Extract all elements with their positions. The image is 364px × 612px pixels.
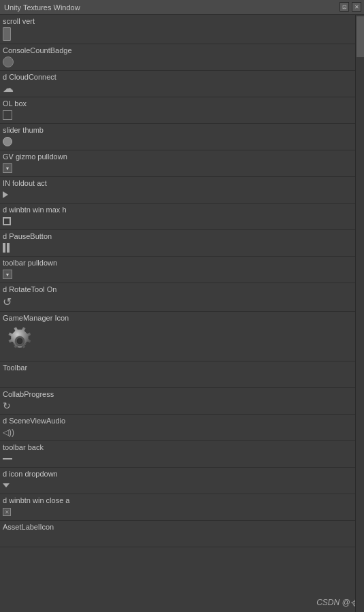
item-preview-toolbar-pulldown: ▼: [3, 268, 352, 281]
scrollbar[interactable]: [355, 15, 364, 612]
window-title: Unity Textures Window: [4, 3, 80, 12]
list-item-slider-thumb: slider thumb: [0, 124, 355, 150]
title-bar: Unity Textures Window ⊡ ✕: [0, 0, 364, 15]
item-preview-ol-box: [3, 108, 352, 122]
cloud-icon: ☁: [3, 83, 14, 94]
list-item-collab-progress: CollabProgress↻: [0, 388, 355, 415]
item-preview-in-foldout-act: [3, 188, 352, 202]
watermark: CSDN @令.: [316, 597, 361, 609]
item-label-collab-progress: CollabProgress: [3, 389, 352, 399]
item-label-d-pause-button: d PauseButton: [3, 231, 352, 241]
list-item-d-winbtn-win-max-h: d winbtn win max h: [0, 204, 355, 230]
toolbar-back-icon: [3, 458, 12, 460]
item-label-console-count-badge: ConsoleCountBadge: [3, 46, 352, 55]
item-label-asset-label-icon: AssetLabelIcon: [3, 522, 352, 532]
item-label-toolbar-back: toolbar back: [3, 442, 352, 452]
item-label-d-icon-dropdown: d icon dropdown: [3, 469, 352, 479]
item-preview-d-winbtn-win-max-h: [3, 214, 352, 228]
list-item-toolbar-pulldown: toolbar pulldown▼: [0, 257, 355, 283]
pause-bar-1: [3, 243, 5, 253]
list-item-d-sceneview-audio: d SceneViewAudio◁)): [0, 415, 355, 441]
list-item-scroll-vert: scroll vert: [0, 15, 355, 44]
toolbar-pulldown-icon: ▼: [3, 270, 12, 279]
win-close-icon: ✕: [3, 508, 11, 516]
list-item-gv-gizmo-pulldown: GV gizmo pulldown▼: [0, 150, 355, 177]
item-preview-gv-gizmo-pulldown: ▼: [3, 161, 352, 175]
rotate-tool-icon: ↺: [3, 295, 12, 308]
item-label-slider-thumb: slider thumb: [3, 125, 352, 135]
resize-btn[interactable]: ⊡: [340, 2, 349, 12]
item-label-d-sceneview-audio: d SceneViewAudio: [3, 416, 352, 425]
foldout-triangle-icon: [3, 191, 8, 198]
dropdown-icon: [3, 483, 10, 487]
audio-icon: ◁)): [3, 428, 14, 437]
item-preview-gamemanager-icon: [3, 323, 352, 359]
slider-thumb-icon: [3, 137, 12, 146]
item-label-toolbar: Toolbar: [3, 363, 352, 372]
list-item-gamemanager-icon: GameManager Icon: [0, 312, 355, 361]
ol-box-icon: [3, 110, 12, 120]
item-preview-collab-progress: ↻: [3, 399, 352, 413]
scrollbar-thumb[interactable]: [357, 16, 364, 57]
item-label-ol-box: OL box: [3, 99, 352, 108]
list-item-d-icon-dropdown: d icon dropdown: [0, 468, 355, 494]
scroll-vert-icon: [3, 27, 11, 41]
item-label-d-rotate-tool-on: d RotateTool On: [3, 285, 352, 294]
item-preview-scroll-vert: [3, 26, 352, 42]
list-item-asset-label-icon: AssetLabelIcon: [0, 521, 355, 547]
item-preview-cloud-connect: ☁: [3, 82, 352, 95]
item-label-scroll-vert: scroll vert: [3, 16, 352, 26]
list-item-d-pause-button: d PauseButton: [0, 230, 355, 257]
item-label-d-winbtn-win-max-h: d winbtn win max h: [3, 205, 352, 214]
pause-bar-2: [7, 243, 10, 253]
list-item-cloud-connect: d CloudConnect☁: [0, 71, 355, 97]
close-btn[interactable]: ✕: [352, 2, 361, 12]
item-preview-toolbar: [3, 372, 352, 386]
item-label-cloud-connect: d CloudConnect: [3, 72, 352, 82]
win-max-icon: [3, 217, 11, 225]
item-preview-asset-label-icon: [3, 532, 352, 545]
item-preview-d-sceneview-audio: ◁)): [3, 425, 352, 439]
item-label-toolbar-pulldown: toolbar pulldown: [3, 258, 352, 268]
item-label-d-winbtn-win-close-a: d winbtn win close a: [3, 496, 352, 505]
item-preview-d-pause-button: [3, 241, 352, 255]
item-label-gv-gizmo-pulldown: GV gizmo pulldown: [3, 152, 352, 161]
item-preview-console-count-badge: [3, 55, 352, 69]
item-preview-toolbar-back: [3, 452, 352, 466]
list-item-in-foldout-act: IN foldout act: [0, 177, 355, 204]
item-label-gamemanager-icon: GameManager Icon: [3, 313, 352, 323]
title-bar-controls: ⊡ ✕: [340, 2, 361, 12]
pulldown-icon: ▼: [3, 163, 12, 173]
list-item-ol-box: OL box: [0, 97, 355, 124]
list-item-toolbar-back: toolbar back: [0, 441, 355, 468]
list-item-d-winbtn-win-close-a: d winbtn win close a✕: [0, 494, 355, 521]
svg-point-1: [17, 338, 22, 344]
circle-gray-icon: [3, 57, 14, 67]
item-preview-d-winbtn-win-close-a: ✕: [3, 505, 352, 519]
content-area: scroll vertConsoleCountBadged CloudConne…: [0, 15, 355, 612]
item-preview-d-icon-dropdown: [3, 479, 352, 492]
list-item-d-rotate-tool-on: d RotateTool On↺: [0, 283, 355, 312]
collab-progress-icon: ↻: [3, 400, 11, 411]
list-item-console-count-badge: ConsoleCountBadge: [0, 44, 355, 71]
pause-icon: [3, 243, 10, 253]
gear-icon: [3, 324, 37, 358]
item-preview-d-rotate-tool-on: ↺: [3, 294, 352, 310]
item-label-in-foldout-act: IN foldout act: [3, 178, 352, 188]
item-preview-slider-thumb: [3, 135, 352, 148]
list-item-toolbar: Toolbar: [0, 361, 355, 388]
